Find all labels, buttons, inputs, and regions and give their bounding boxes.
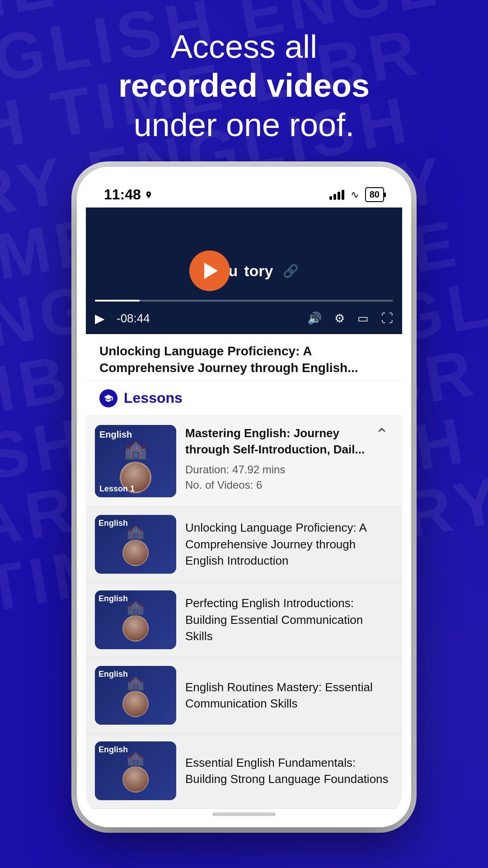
thumb-bg: English 🏫 Lesson 1 bbox=[95, 425, 176, 497]
thumb-tower-icon: 🏫 bbox=[124, 438, 147, 460]
header-section: Access all recorded videos under one roo… bbox=[0, 0, 488, 167]
lesson-duration: Duration: 47.92 mins bbox=[185, 463, 366, 476]
thumb2-avatar bbox=[122, 615, 149, 642]
header-line2: recorded videos bbox=[118, 67, 370, 104]
thumb4-avatar bbox=[122, 766, 149, 793]
lessons-label: Lessons bbox=[124, 390, 183, 406]
link-icon: 🔗 bbox=[283, 264, 299, 278]
thumb4-tower-icon: 🏫 bbox=[127, 749, 145, 766]
fullscreen-icon[interactable]: ⛶ bbox=[381, 311, 393, 326]
thumb-lesson-label: Lesson 1 bbox=[99, 484, 135, 494]
thumb1-avatar bbox=[122, 540, 149, 566]
thumb3-tower-icon: 🏫 bbox=[127, 674, 145, 691]
thumb4-english: English bbox=[99, 745, 128, 755]
phone-mockup: 11:48 ∿ 80 bbox=[77, 167, 411, 827]
video-thumb-4: English 🏫 bbox=[95, 741, 176, 800]
video-list-item-2[interactable]: English 🏫 Perfecting English Introductio… bbox=[86, 582, 402, 658]
settings-icon[interactable]: ⚙ bbox=[334, 311, 345, 326]
wifi-icon: ∿ bbox=[351, 189, 359, 201]
thumb3-english: English bbox=[99, 670, 128, 679]
video-controls: ▶ -08:44 🔊 ⚙ ▭ ⛶ bbox=[95, 311, 393, 326]
play-button-big[interactable] bbox=[189, 250, 230, 291]
lesson-info: Mastering English: Journey through Self-… bbox=[185, 425, 366, 491]
video-progress-fill bbox=[95, 300, 140, 302]
play-triangle-icon bbox=[204, 263, 218, 279]
video-thumb-2: English 🏫 bbox=[95, 590, 176, 649]
battery-indicator: 80 bbox=[365, 187, 384, 202]
thumb2-tower-icon: 🏫 bbox=[127, 598, 145, 615]
video-list-item-4[interactable]: English 🏫 Essential English Fundamentals… bbox=[86, 733, 402, 809]
header-line1: Access all bbox=[171, 28, 317, 65]
brand-suffix: tory bbox=[244, 262, 273, 280]
video-item-title-1: Unlocking Language Proficiency: A Compre… bbox=[185, 519, 393, 569]
volume-icon[interactable]: 🔊 bbox=[307, 311, 322, 326]
video-list-item-1[interactable]: English 🏫 Unlocking Language Proficiency… bbox=[86, 507, 402, 582]
lesson-card-top: English 🏫 Lesson 1 Mastering English: Jo… bbox=[95, 425, 389, 497]
video-list-item-3[interactable]: English 🏫 English Routines Mastery: Esse… bbox=[86, 658, 402, 733]
video-progress-bar[interactable] bbox=[95, 300, 393, 302]
play-control-icon[interactable]: ▶ bbox=[95, 311, 105, 326]
right-controls: 🔊 ⚙ ▭ ⛶ bbox=[307, 311, 393, 326]
signal-icon bbox=[329, 190, 344, 200]
location-icon bbox=[145, 191, 153, 199]
header-title: Access all recorded videos under one roo… bbox=[0, 27, 488, 144]
thumb2-english: English bbox=[99, 594, 128, 604]
chevron-up-icon[interactable]: ⌃ bbox=[375, 425, 389, 444]
book-icon bbox=[103, 393, 113, 403]
status-time: 11:48 bbox=[104, 186, 153, 203]
home-indicator bbox=[212, 812, 276, 816]
lesson-card-expanded[interactable]: English 🏫 Lesson 1 Mastering English: Jo… bbox=[86, 416, 402, 507]
video-title-bar: Unlocking Language Proficiency: A Compre… bbox=[86, 334, 402, 381]
cast-icon[interactable]: ▭ bbox=[357, 311, 369, 326]
time-remaining: -08:44 bbox=[117, 311, 150, 326]
lesson-title-text: Mastering English: Journey through Self-… bbox=[185, 425, 366, 458]
video-list: English 🏫 Unlocking Language Proficiency… bbox=[86, 507, 402, 809]
video-logo: cu tory 🔗 bbox=[189, 259, 299, 283]
lesson-thumbnail-1: English 🏫 Lesson 1 bbox=[95, 425, 176, 497]
video-thumb-3: English 🏫 bbox=[95, 666, 176, 725]
phone-bottom-bar bbox=[86, 809, 402, 816]
thumb1-english: English bbox=[99, 519, 128, 528]
thumb1-tower-icon: 🏫 bbox=[127, 523, 145, 540]
video-thumb-1: English 🏫 bbox=[95, 515, 176, 574]
phone-inner: 11:48 ∿ 80 bbox=[86, 178, 402, 816]
status-icons: ∿ 80 bbox=[329, 187, 384, 202]
header-line3: under one roof. bbox=[134, 107, 354, 143]
video-item-title-4: Essential English Fundamentals: Building… bbox=[185, 755, 393, 788]
thumb3-avatar bbox=[122, 691, 149, 717]
status-bar: 11:48 ∿ 80 bbox=[86, 178, 402, 208]
lessons-icon bbox=[99, 389, 117, 407]
video-item-title-3: English Routines Mastery: Essential Comm… bbox=[185, 679, 393, 712]
video-title-text: Unlocking Language Proficiency: A Compre… bbox=[99, 343, 389, 376]
lessons-header: Lessons bbox=[86, 381, 402, 416]
lesson-videos: No. of Videos: 6 bbox=[185, 479, 366, 491]
video-player[interactable]: cu tory 🔗 ▶ -08:44 🔊 ⚙ ▭ ⛶ bbox=[86, 208, 402, 334]
video-item-title-2: Perfecting English Introductions: Buildi… bbox=[185, 595, 393, 644]
